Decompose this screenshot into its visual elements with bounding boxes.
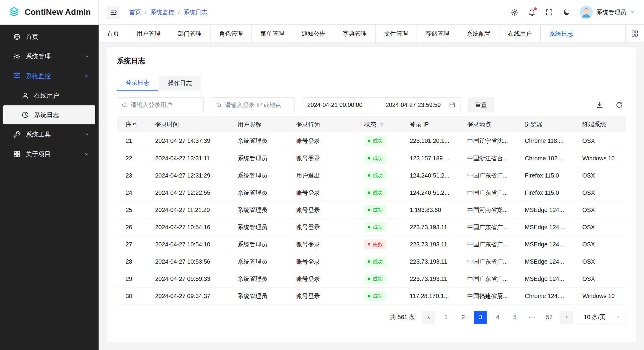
refresh-button[interactable] [612,98,626,112]
pagination-page-57[interactable]: 57 [543,311,556,324]
sidebar-item-2[interactable]: 系统监控 [0,66,99,86]
app-root: ContiNew Admin 首页系统管理系统监控在线用户系统日志系统工具关于项… [0,0,644,350]
table-row-1[interactable]: 222024-04-27 13:31:11系统管理员账号登录成功123.157.… [117,150,626,167]
pagination-next-button[interactable] [560,311,573,324]
cell-no: 26 [117,218,146,236]
sidebar-collapse-button[interactable] [107,6,120,19]
syslog-card: 系统日志 登录日志 操作日志 [107,47,636,342]
cell-os: OSX [573,270,626,287]
pagination-page-5[interactable]: 5 [508,311,521,324]
cell-nick: 系统管理员 [229,132,287,150]
cell-ip: 1.193.83.60 [401,201,458,218]
dark-mode-toggle[interactable] [562,8,570,16]
user-menu[interactable]: 系统管理员 [580,6,635,19]
date-range-picker[interactable]: 2024-04-21 00:00:00 - 2024-04-27 23:59:5… [302,97,461,112]
cell-location: 中国辽宁省沈... [458,132,516,150]
sidebar-item-0[interactable]: 首页 [0,27,99,47]
status-dot [368,140,370,142]
table-row-3[interactable]: 242024-04-27 12:22:55系统管理员账号登录成功124.240.… [117,184,626,201]
status-dot [368,191,370,194]
tab-login-log[interactable]: 登录日志 [117,76,158,91]
table-row-5[interactable]: 262024-04-27 10:54:16系统管理员账号登录成功223.73.1… [117,218,626,236]
cell-no: 24 [117,184,146,201]
cell-os: Windows 10 [573,150,626,167]
cell-no: 25 [117,201,146,218]
page-size-select[interactable]: 10 条/页 [579,311,626,324]
pagination-page-4[interactable]: 4 [491,311,504,324]
filter-bar: 2024-04-21 00:00:00 - 2024-04-27 23:59:5… [117,97,626,112]
nav-tab-label: 通知公告 [302,30,325,38]
chevron-down-icon [616,315,621,320]
nav-tab-1[interactable]: 用户管理 [128,25,169,42]
cell-action: 账号登录 [287,201,356,218]
nav-tab-0[interactable]: 首页 [99,25,128,42]
nav-tab-2[interactable]: 部门管理 [169,25,211,42]
login-user-input[interactable] [131,102,199,108]
nav-tab-7[interactable]: 文件管理 [376,25,417,42]
cell-time: 2024-04-27 10:54:10 [146,236,229,253]
tab-operation-log-label: 操作日志 [168,79,192,87]
breadcrumb-item-home[interactable]: 首页 [129,8,141,16]
cell-location: 中国浙江省台... [458,150,516,167]
menu-fold-icon [110,9,117,16]
cell-status: 成功 [355,253,401,270]
table-row-4[interactable]: 252024-04-27 11:21:20系统管理员账号登录成功1.193.83… [117,201,626,218]
login-ip-input[interactable] [225,102,290,108]
fullscreen-button[interactable] [545,8,553,16]
sidebar-item-label: 系统工具 [26,130,51,139]
nav-tab-9[interactable]: 系统配置 [458,25,499,42]
nav-tab-5[interactable]: 通知公告 [293,25,334,42]
export-button[interactable] [593,98,606,112]
nav-tab-3[interactable]: 角色管理 [211,25,252,42]
app-logo[interactable]: ContiNew Admin [0,0,99,25]
nav-tab-label: 系统日志 [549,30,573,38]
cell-ip: 117.28.170.1... [401,287,458,305]
nav-tab-4[interactable]: 菜单管理 [252,25,293,42]
chevron-down-icon [630,9,635,15]
pagination-page-3[interactable]: 3 [474,311,487,324]
cell-ip: 124.240.51.2... [401,184,458,201]
tab-actions-button[interactable] [625,25,644,42]
sidebar-item-3[interactable]: 系统工具 [0,125,99,144]
sidebar-subitem-2-0[interactable]: 在线用户 [0,86,99,105]
breadcrumb-item-monitor[interactable]: 系统监控 [151,8,174,16]
table-row-9[interactable]: 302024-04-27 09:34:37系统管理员账号登录成功117.28.1… [117,287,626,305]
clock-icon [21,111,29,119]
cell-action: 账号登录 [287,236,356,253]
nav-tab-11[interactable]: 系统日志 [541,25,582,42]
table-row-7[interactable]: 282024-04-27 10:53:56系统管理员账号登录成功223.73.1… [117,253,626,270]
pagination-page-2[interactable]: 2 [457,311,470,324]
tab-operation-log[interactable]: 操作日志 [159,76,201,91]
cell-ip: 223.73.193.11 [401,270,458,287]
cell-ip: 124.240.51.2... [401,167,458,184]
sidebar-item-1[interactable]: 系统管理 [0,47,99,66]
nav-tab-10[interactable]: 在线用户 [499,25,541,42]
login-user-search [117,97,204,112]
sidebar-subitem-2-1[interactable]: 系统日志 [3,105,95,124]
sidebar-item-4[interactable]: 关于项目 [0,144,99,164]
avatar-image [580,6,593,19]
nav-tab-8[interactable]: 存储管理 [417,25,458,42]
breadcrumb-separator: / [178,9,180,16]
page-tab-bar: 首页用户管理部门管理角色管理菜单管理通知公告字典管理文件管理存储管理系统配置在线… [99,25,644,43]
grid-icon [631,30,639,37]
cell-browser: MSEdge 124... [516,201,574,218]
table-row-8[interactable]: 292024-04-27 09:59:33系统管理员账号登录成功223.73.1… [117,270,626,287]
nav-tab-label: 首页 [107,30,119,38]
table-row-0[interactable]: 212024-04-27 14:37:39系统管理员账号登录成功223.101.… [117,132,626,150]
settings-button[interactable] [511,8,519,16]
reset-button[interactable]: 重置 [468,97,494,112]
filter-icon[interactable] [379,122,384,127]
pagination-prev-button[interactable] [422,311,435,324]
date-start-value: 2024-04-21 00:00:00 [307,102,363,108]
chevron-up-icon [84,73,90,79]
pagination-page-1[interactable]: 1 [439,311,452,324]
table-row-6[interactable]: 272024-04-27 10:54:10系统管理员账号登录失败223.73.1… [117,236,626,253]
notifications-button[interactable] [528,8,536,16]
status-dot [368,157,370,159]
nav-tab-6[interactable]: 字典管理 [334,25,376,42]
status-badge: 成功 [364,222,386,232]
pagination-more[interactable]: ··· [526,311,539,324]
cell-nick: 系统管理员 [229,184,287,201]
table-row-2[interactable]: 232024-04-27 12:31:29系统管理员用户退出成功124.240.… [117,167,626,184]
